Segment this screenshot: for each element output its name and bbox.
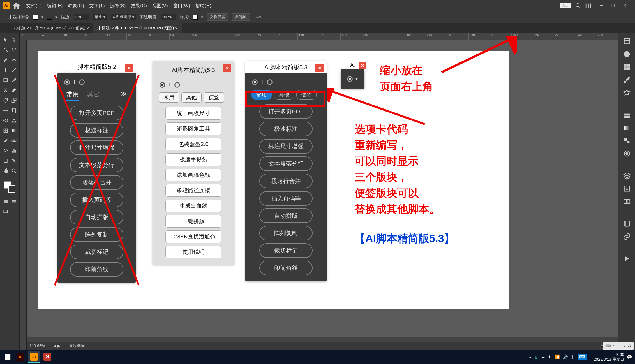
btn-para-merge[interactable]: 段落行合并 [70,175,123,190]
panel52-close[interactable]: ✕ [125,64,133,72]
brush-dropdown[interactable]: ● 5 点圆形 ▾ [111,14,136,20]
radio-off-icon[interactable] [267,79,273,85]
symbol-sprayer-tool[interactable] [2,147,10,155]
system-tray[interactable]: ▴ ⛨ ☁ ⬆ 📶 🔊 中 ⌨ 9:06 2023/8/13 星期日 💬 [529,352,632,362]
tray-up-icon[interactable]: ▴ [529,354,531,360]
hand-tool[interactable] [2,167,10,175]
btn-dim-enhance[interactable]: 标注尺寸增强 [70,140,123,155]
zoom-tool[interactable] [10,167,18,175]
fill-swatch[interactable] [33,15,38,20]
line-tool[interactable] [10,66,18,74]
stroke-width-input[interactable] [74,14,89,20]
blend-tool[interactable] [10,137,18,145]
style-swatch[interactable] [193,15,198,20]
screen-mode-icon[interactable] [2,208,10,215]
header-search[interactable]: A... [560,3,571,8]
shape-builder-tool[interactable] [2,117,10,124]
horizontal-scrollbar[interactable] [27,337,618,342]
lasso-tool[interactable] [10,46,18,54]
task-ai-1[interactable]: Ai [15,351,26,363]
eyedropper-tool[interactable] [2,137,10,145]
tray-cloud-icon[interactable]: ☁ [541,354,545,360]
btn-package-box[interactable]: 包装盒型2.0 [165,138,221,150]
tab-note[interactable]: 便签 [204,92,224,103]
menu-view[interactable]: 视图(V) [152,3,168,9]
start-button[interactable] [3,352,13,362]
btn-prepress-corner[interactable]: 印前角线 [259,261,313,275]
fill-stroke-picker[interactable] [4,181,15,193]
btn-auto-impose[interactable]: 自动拼版 [259,208,313,223]
color-icon[interactable] [623,50,631,58]
close-button[interactable]: ✕ [622,3,628,9]
arrange-icon[interactable] [585,3,591,9]
menu-window[interactable]: 窗口(W) [173,3,190,9]
btn-auto-impose[interactable]: 自动拼版 [70,210,123,224]
btn-page-num[interactable]: 插入页码等 [70,193,123,207]
tray-net-icon[interactable]: ⬆ [548,354,552,360]
radio-on-icon[interactable] [160,82,165,88]
chevron-right-icon[interactable]: ≫ [121,90,127,101]
btn-array-copy[interactable]: 阵列复制 [259,226,313,240]
btn-color-swatch[interactable]: 添加画稿色标 [165,169,221,181]
doc-setup-button[interactable]: 文档设置 [207,13,228,21]
btn-open-pdf[interactable]: 打开多页PDF [70,106,123,120]
magic-wand-tool[interactable] [2,46,10,54]
btn-array-copy[interactable]: 阵列复制 [70,227,123,242]
prefs-button[interactable]: 首选项 [232,13,250,21]
btn-page-num[interactable]: 插入页码等 [259,191,313,206]
menu-object[interactable]: 对象(O) [68,3,84,9]
tray-security-icon[interactable]: ⛨ [534,355,538,360]
panel53a-close[interactable]: ✕ [223,64,231,72]
btn-dim-enhance[interactable]: 标注尺寸增强 [259,139,313,154]
tray-volume-icon[interactable]: 🔊 [563,354,568,360]
tab-common[interactable]: 常用 [159,92,179,103]
tray-keyboard-icon[interactable]: ⌨ [578,354,587,360]
document-tab-2[interactable]: 未标题-2 @ 110.65 % (CMYK/CPU 预览) × [93,23,182,33]
btn-round-rect[interactable]: 矩形圆角工具 [165,122,221,135]
stroke-icon[interactable] [623,111,631,119]
tab-other[interactable]: 其他 [181,92,202,103]
libraries-icon[interactable] [623,220,631,228]
ime-icon[interactable]: ⌨ [605,344,611,348]
brushes-icon[interactable] [623,76,631,84]
appearance-icon[interactable] [623,150,631,157]
brush-tool[interactable] [10,76,18,84]
menu-help[interactable]: 帮助(H) [195,3,211,9]
pen-tool[interactable] [2,56,10,64]
task-app-3[interactable]: S [42,351,53,363]
ime-bar[interactable]: ⌨ 中♪▾⚙ [603,342,634,350]
document-tab-1[interactable]: 未标题-2.ai @ 50 % (CMYK/CPU 预览) × [8,23,93,33]
menu-select[interactable]: 选择(S) [110,3,126,9]
slice-tool[interactable] [10,157,18,165]
nav-arrows[interactable]: ◀ ▶ [53,344,61,348]
color-mode-icon[interactable] [2,198,10,205]
btn-uniform-artboard[interactable]: 统一画板尺寸 [165,107,221,120]
type-tool[interactable]: T [2,66,10,74]
menu-edit[interactable]: 编辑(E) [47,3,63,9]
btn-annotate[interactable]: 极速标注 [70,123,123,138]
transparency-icon[interactable] [623,137,631,145]
tray-ime-icon[interactable]: 中 [571,354,575,360]
mini-panel-close[interactable]: ✕ [359,62,366,69]
gradient-mode-icon[interactable] [10,198,18,205]
btn-text-break[interactable]: 文本段落分行 [70,158,123,172]
notification-icon[interactable]: 💬 [627,354,632,360]
free-transform-tool[interactable] [10,106,18,114]
btn-crop-marks[interactable]: 裁切标记 [259,243,313,258]
rectangle-tool[interactable] [2,76,10,84]
btn-one-click-impose[interactable]: 一键拼版 [165,215,221,228]
scale-tool[interactable] [10,96,18,104]
btn-prepress-corner[interactable]: 印前角线 [70,262,123,277]
artboard-tool[interactable] [2,157,10,165]
edit-toolbar-icon[interactable]: ⋯ [10,208,18,215]
maximize-button[interactable]: □ [610,3,616,9]
btn-path-join[interactable]: 多段路径连接 [165,184,221,197]
swatches-icon[interactable] [623,63,631,71]
radio-on-icon[interactable] [64,79,70,85]
symbols-icon[interactable] [623,89,631,97]
gradient-tool[interactable] [10,127,18,135]
graph-tool[interactable] [10,147,18,155]
zoom-level[interactable]: 110.65% [29,344,45,348]
menu-effect[interactable]: 效果(C) [131,3,147,9]
selection-tool[interactable] [2,36,10,44]
